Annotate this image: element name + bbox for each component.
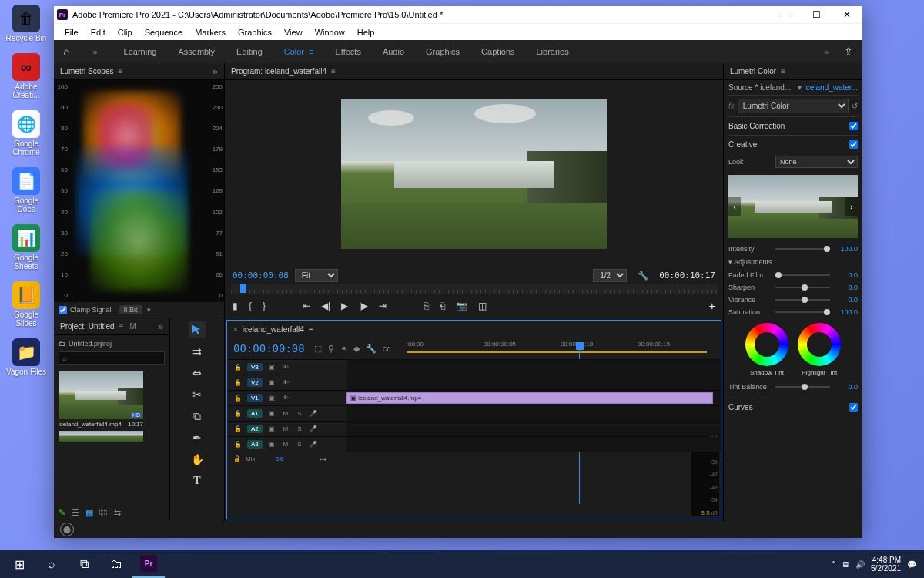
clip-thumbnail[interactable] [59, 431, 143, 442]
effect-select[interactable]: Lumetri Color [738, 99, 849, 113]
start-button[interactable]: ⊞ [3, 550, 35, 578]
snap-icon[interactable]: ⚲ [328, 344, 334, 354]
reset-icon[interactable]: ↺ [852, 102, 858, 110]
faded-film-slider[interactable] [775, 274, 830, 276]
icon-view-icon[interactable]: ▦ [85, 508, 93, 518]
type-tool[interactable]: T [189, 472, 206, 489]
timeline-timecode[interactable]: 00:00:00:08 [233, 342, 305, 355]
curves-section[interactable]: Curves [728, 398, 858, 416]
curves-enable-checkbox[interactable] [849, 403, 858, 412]
program-viewer[interactable] [225, 80, 723, 267]
shadow-tint-wheel[interactable] [745, 323, 788, 366]
track-label[interactable]: A2 [247, 425, 263, 433]
clamp-signal-checkbox[interactable] [59, 306, 67, 314]
workspace-tab-graphics[interactable]: Graphics [415, 47, 470, 56]
zoom-fit-select[interactable]: Fit10%25%50%100% [295, 269, 338, 282]
menu-help[interactable]: Help [351, 28, 381, 37]
toggle-output-icon[interactable]: ▣ [267, 441, 276, 448]
step-back-icon[interactable]: ◀| [321, 301, 330, 311]
program-timecode[interactable]: 00:00:00:08 [233, 271, 289, 281]
menu-clip[interactable]: Clip [112, 28, 139, 37]
eye-icon[interactable]: 👁 [281, 395, 290, 402]
caption-icon[interactable]: cc [383, 344, 391, 354]
expand-panel-icon[interactable]: » [158, 321, 163, 332]
bracket-open-icon[interactable]: { [249, 301, 252, 311]
go-to-out-icon[interactable]: ⇥ [379, 301, 387, 311]
prev-look-icon[interactable]: ‹ [728, 197, 741, 216]
track-label[interactable]: V3 [247, 363, 263, 371]
sort-icon[interactable]: ⇆ [114, 508, 121, 518]
track-lane[interactable] [346, 375, 721, 390]
bit-depth-selector[interactable]: 8 Bit [119, 305, 142, 314]
export-frame-icon[interactable]: 📷 [456, 301, 467, 311]
ripple-edit-tool[interactable]: ⇔ [189, 365, 206, 381]
marker-icon[interactable]: ◆ [353, 344, 360, 354]
next-look-icon[interactable]: › [845, 197, 858, 216]
toggle-output-icon[interactable]: ▣ [267, 395, 276, 402]
track-label[interactable]: V1 [247, 394, 263, 402]
menu-sequence[interactable]: Sequence [139, 28, 189, 37]
workspace-tab-effects[interactable]: Effects [324, 47, 371, 56]
creative-section[interactable]: Creative [728, 135, 858, 153]
track-lane[interactable] [346, 406, 721, 421]
search-icon[interactable]: ⌕ [35, 550, 68, 578]
button-editor-icon[interactable]: + [709, 300, 715, 312]
menu-file[interactable]: File [59, 28, 85, 37]
solo-icon[interactable]: S [295, 441, 304, 448]
task-view-icon[interactable]: ⧉ [68, 550, 100, 578]
eye-icon[interactable]: 👁 [281, 379, 290, 386]
list-view-icon[interactable]: ☰ [72, 508, 79, 518]
resolution-select[interactable]: 1/2 [593, 269, 627, 282]
track-lane[interactable]: ▣ iceland_waterfall4.mp4 [346, 391, 721, 405]
creative-cloud-icon[interactable]: ⬤ [60, 523, 74, 536]
collapse-icon[interactable]: ▸◂ [320, 455, 326, 462]
premiere-taskbar-icon[interactable]: Pr [132, 550, 165, 578]
more-workspaces-icon[interactable]: » [824, 47, 829, 56]
sequence-link[interactable]: iceland_water... [805, 83, 859, 92]
close-button[interactable]: ✕ [832, 6, 862, 23]
step-forward-icon[interactable]: |▶ [359, 301, 368, 311]
adjustments-header[interactable]: ▾ Adjustments [728, 255, 858, 269]
intensity-value[interactable]: 100.0 [835, 245, 858, 253]
hand-tool[interactable]: ✋ [189, 451, 206, 468]
workspace-tab-audio[interactable]: Audio [372, 47, 415, 56]
voice-icon[interactable]: 🎤 [309, 410, 318, 417]
clip-thumbnail[interactable]: HD iceland_waterfall4.mp410:17 [59, 371, 143, 428]
minimize-button[interactable]: — [770, 6, 801, 23]
mute-icon[interactable]: M [281, 425, 290, 432]
playhead-icon[interactable] [240, 284, 246, 293]
workspace-tab-learning[interactable]: Learning [113, 47, 168, 56]
desktop-icon[interactable]: ∞Adobe Creati... [5, 53, 48, 99]
menu-markers[interactable]: Markers [189, 28, 232, 37]
desktop-icon[interactable]: 📄Google Docs [5, 167, 48, 213]
mark-in-icon[interactable]: ▮ [233, 301, 238, 311]
lock-icon[interactable]: 🔒 [233, 425, 243, 432]
desktop-icon[interactable]: 🌐Google Chrome [5, 110, 48, 156]
menu-graphics[interactable]: Graphics [232, 28, 278, 37]
tint-balance-slider[interactable] [775, 386, 830, 388]
track-lane[interactable] [346, 360, 721, 375]
toggle-output-icon[interactable]: ▣ [267, 410, 276, 417]
tray-chevron-icon[interactable]: ˄ [832, 560, 835, 569]
panel-menu-icon[interactable]: ≡ [119, 322, 124, 331]
vibrance-slider[interactable] [775, 299, 830, 301]
maximize-button[interactable]: ☐ [801, 6, 832, 23]
slip-tool[interactable]: ⧉ [189, 408, 206, 425]
desktop-icon[interactable]: 📙Google Slides [5, 281, 48, 328]
desktop-icon[interactable]: 🗑Recycle Bin [5, 5, 48, 42]
track-lane[interactable] [346, 422, 721, 436]
video-clip[interactable]: ▣ iceland_waterfall4.mp4 [346, 392, 713, 404]
timeline-ruler[interactable]: :00:0000:00:00:0500:00:00:1000:00:00:15 [407, 341, 715, 356]
razor-tool[interactable]: ✂ [189, 386, 206, 403]
comparison-icon[interactable]: ◫ [478, 301, 487, 311]
chevron-right-icon[interactable]: » [92, 47, 97, 56]
insert-icon[interactable]: ⬚ [314, 344, 322, 354]
clock[interactable]: 4:48 PM5/2/2021 [871, 556, 901, 573]
intensity-slider[interactable] [775, 248, 830, 250]
home-icon[interactable]: ⌂ [63, 45, 69, 58]
workspace-tab-libraries[interactable]: Libraries [526, 47, 580, 56]
voice-icon[interactable]: 🎤 [309, 441, 318, 448]
menu-edit[interactable]: Edit [85, 28, 112, 37]
link-icon[interactable]: ⚭ [340, 344, 347, 354]
menu-window[interactable]: Window [309, 28, 351, 37]
